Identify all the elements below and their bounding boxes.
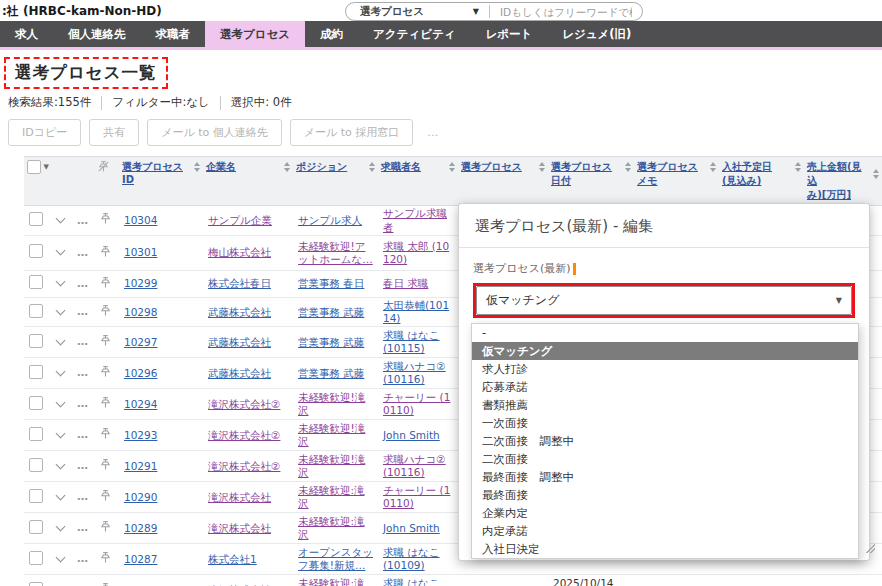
row-checkbox[interactable]: [29, 458, 43, 472]
row-actions-ellipsis-icon[interactable]: …: [77, 459, 89, 472]
company-link[interactable]: 武藤株式会社: [208, 306, 271, 318]
select-menu-caret-icon[interactable]: ▼: [44, 163, 49, 171]
position-link[interactable]: サンプル求人: [298, 214, 362, 226]
column-sort-link[interactable]: 選考プロセス: [637, 160, 698, 174]
position-link[interactable]: 未経験歓迎:滝沢: [298, 515, 365, 540]
candidate-link[interactable]: チャーリー (10110): [383, 391, 450, 416]
position-link[interactable]: 未経験歓迎!滝沢: [298, 453, 365, 478]
column-sort-link[interactable]: メモ: [637, 175, 657, 186]
company-link[interactable]: 武藤株式会社: [208, 367, 271, 379]
row-actions-ellipsis-icon[interactable]: …: [77, 366, 89, 379]
process-option[interactable]: 入社日決定: [472, 540, 858, 558]
process-id-link[interactable]: 10298: [124, 306, 157, 318]
row-actions-ellipsis-icon[interactable]: …: [77, 214, 89, 227]
row-checkbox[interactable]: [29, 427, 43, 441]
toolbar-button[interactable]: メール to 個人連絡先: [147, 119, 282, 146]
position-link[interactable]: 未経験歓迎!アットホームな…: [298, 240, 373, 265]
column-sort-link[interactable]: 企業名: [206, 160, 236, 174]
position-link[interactable]: 未経験歓迎:滝沢: [298, 577, 365, 586]
process-option[interactable]: 二次面接 調整中: [472, 432, 858, 450]
process-id-link[interactable]: 10299: [124, 277, 157, 289]
sort-arrows-icon[interactable]: [795, 162, 801, 172]
row-pin-icon[interactable]: [99, 458, 112, 474]
process-option[interactable]: 企業内定: [472, 504, 858, 522]
search-scope-dropdown[interactable]: 選考プロセス ▼: [346, 5, 489, 19]
process-option[interactable]: 書類推薦: [472, 396, 858, 414]
sort-arrows-icon[interactable]: [449, 162, 455, 172]
row-expand-chevron-icon[interactable]: [56, 366, 66, 376]
position-link[interactable]: オープンスタッフ募集!新規…: [298, 546, 373, 571]
row-checkbox[interactable]: [29, 365, 43, 379]
sort-arrows-icon[interactable]: [284, 162, 290, 172]
company-link[interactable]: 滝沢株式会社②: [208, 398, 280, 410]
process-option[interactable]: 内定承諾: [472, 522, 858, 540]
position-link[interactable]: 未経験歓迎:滝沢: [298, 484, 365, 509]
row-pin-icon[interactable]: [99, 276, 112, 292]
candidate-link[interactable]: 求職 はなこ (10109): [383, 546, 440, 571]
resize-grip-icon[interactable]: [864, 542, 875, 553]
sort-arrows-icon[interactable]: [873, 169, 879, 179]
column-sort-link[interactable]: み)[万円]: [807, 189, 851, 200]
column-sort-link[interactable]: 求職者名: [381, 160, 421, 174]
candidate-link[interactable]: 春日 求職: [383, 277, 428, 289]
row-checkbox[interactable]: [29, 396, 43, 410]
nav-tab[interactable]: 成約: [305, 21, 358, 47]
candidate-link[interactable]: 求職 はなこ (10109): [383, 577, 440, 586]
row-pin-icon[interactable]: [99, 489, 112, 505]
row-actions-ellipsis-icon[interactable]: …: [77, 428, 89, 441]
toolbar-button[interactable]: IDコピー: [8, 119, 81, 146]
row-checkbox[interactable]: [29, 334, 43, 348]
process-option[interactable]: -: [472, 324, 858, 342]
process-option[interactable]: 応募承諾: [472, 378, 858, 396]
candidate-link[interactable]: John Smith: [383, 429, 440, 441]
row-checkbox[interactable]: [29, 244, 43, 258]
toolbar-button[interactable]: メール to 採用窓口: [290, 119, 414, 146]
column-sort-link[interactable]: (見込み): [722, 175, 761, 186]
row-actions-ellipsis-icon[interactable]: …: [77, 521, 89, 534]
row-checkbox[interactable]: [29, 304, 43, 318]
process-option[interactable]: 一次面接: [472, 414, 858, 432]
process-option[interactable]: 仮マッチング: [472, 342, 858, 360]
process-id-link[interactable]: 10301: [124, 246, 157, 258]
row-expand-chevron-icon[interactable]: [56, 305, 66, 315]
candidate-link[interactable]: 求職 太郎 (10120): [383, 240, 449, 265]
position-link[interactable]: 営業事務 武藤: [298, 336, 364, 348]
row-pin-icon[interactable]: [99, 582, 112, 586]
row-expand-chevron-icon[interactable]: [56, 213, 66, 223]
row-expand-chevron-icon[interactable]: [56, 459, 66, 469]
process-option[interactable]: 二次面接: [472, 450, 858, 468]
row-actions-ellipsis-icon[interactable]: …: [77, 335, 89, 348]
row-checkbox[interactable]: [29, 489, 43, 503]
row-actions-ellipsis-icon[interactable]: …: [77, 246, 89, 259]
position-link[interactable]: 営業事務 武藤: [298, 367, 364, 379]
column-sort-link[interactable]: 売上金額(見込: [807, 160, 871, 188]
row-actions-ellipsis-icon[interactable]: …: [77, 397, 89, 410]
sort-arrows-icon[interactable]: [625, 162, 631, 172]
process-select[interactable]: 仮マッチング ▼: [476, 286, 852, 315]
nav-tab[interactable]: 個人連絡先: [53, 21, 141, 47]
process-id-link[interactable]: 10287: [124, 553, 157, 565]
candidate-link[interactable]: 求職 はなこ (10115): [383, 329, 440, 354]
column-sort-link[interactable]: 選考プロセス: [122, 160, 183, 174]
nav-tab[interactable]: レポート: [470, 21, 547, 47]
nav-tab[interactable]: アクティビティ: [358, 21, 470, 47]
process-id-link[interactable]: 10291: [124, 460, 157, 472]
row-actions-ellipsis-icon[interactable]: …: [77, 552, 89, 565]
process-id-link[interactable]: 10290: [124, 491, 157, 503]
row-expand-chevron-icon[interactable]: [56, 277, 66, 287]
position-link[interactable]: 営業事務 武藤: [298, 306, 364, 318]
candidate-link[interactable]: 求職ハナコ②(10116): [383, 453, 446, 478]
row-expand-chevron-icon[interactable]: [56, 521, 66, 531]
row-pin-icon[interactable]: [99, 427, 112, 443]
column-sort-link[interactable]: 選考プロセス: [551, 160, 612, 174]
row-checkbox[interactable]: [29, 520, 43, 534]
unpin-all-icon[interactable]: [97, 160, 110, 175]
row-pin-icon[interactable]: [99, 334, 112, 350]
position-link[interactable]: 未経験歓迎!滝沢: [298, 391, 365, 416]
sort-arrows-icon[interactable]: [194, 162, 200, 172]
nav-tab[interactable]: 求職者: [141, 21, 206, 47]
row-expand-chevron-icon[interactable]: [56, 246, 66, 256]
candidate-link[interactable]: 求職ハナコ②(10116): [383, 360, 446, 385]
sort-arrows-icon[interactable]: [710, 162, 716, 172]
column-sort-link[interactable]: 日付: [551, 175, 571, 186]
